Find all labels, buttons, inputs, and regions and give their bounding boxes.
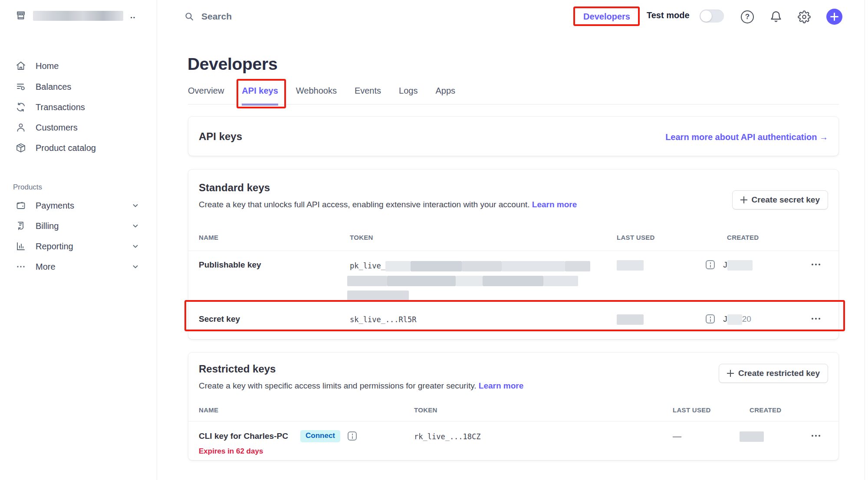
- created-cell: J: [706, 260, 753, 271]
- table-row-secret-key: Secret key sk_live_...Rl5R J20: [188, 301, 838, 340]
- settings-button[interactable]: [798, 10, 811, 23]
- standard-keys-description-text: Create a key that unlocks full API acces…: [199, 200, 530, 209]
- chevron-down-icon: [132, 202, 139, 209]
- tab-events[interactable]: Events: [355, 86, 381, 105]
- notifications-button[interactable]: [769, 10, 783, 23]
- key-name: Secret key: [199, 314, 240, 324]
- sidebar-item-product-catalog[interactable]: Product catalog: [16, 141, 96, 155]
- create-restricted-key-label: Create restricted key: [738, 369, 820, 378]
- topbar-developers-link[interactable]: Developers: [574, 7, 639, 26]
- restricted-keys-learn-more-link[interactable]: Learn more: [479, 381, 523, 390]
- tab-overview[interactable]: Overview: [188, 86, 224, 105]
- redacted-token-line3: [347, 291, 409, 301]
- created-prefix: J: [723, 260, 727, 269]
- storefront-icon: [16, 10, 26, 21]
- restricted-keys-card: Restricted keys Create a key with specif…: [188, 352, 839, 460]
- developers-tabs: Overview API keys Webhooks Events Logs A…: [188, 86, 455, 105]
- created-prefix: J: [723, 314, 727, 323]
- row-overflow-menu[interactable]: [811, 315, 821, 322]
- test-mode-toggle[interactable]: [700, 10, 724, 23]
- sidebar-item-more[interactable]: More: [16, 260, 56, 274]
- sidebar-item-reporting[interactable]: Reporting: [16, 239, 73, 253]
- home-icon: [16, 61, 26, 71]
- table-row-cli-key: CLI key for Charles-PC Connect rk_live_.…: [188, 421, 838, 461]
- sidebar-item-home[interactable]: Home: [16, 59, 59, 73]
- last-used-value: —: [673, 431, 681, 441]
- redacted-token: [502, 261, 565, 271]
- sidebar-item-label: Billing: [36, 221, 59, 231]
- connect-badge-group: Connect: [300, 430, 357, 442]
- row-overflow-menu[interactable]: [811, 432, 821, 439]
- api-auth-learn-more-link[interactable]: Learn more about API authentication →: [665, 132, 828, 142]
- tab-api-keys[interactable]: API keys: [242, 86, 278, 105]
- col-name: NAME: [199, 406, 218, 414]
- info-icon[interactable]: [706, 314, 715, 323]
- key-token[interactable]: pk_live_: [350, 261, 590, 271]
- toggle-knob: [700, 10, 712, 22]
- help-icon: ?: [741, 10, 754, 23]
- create-restricted-key-button[interactable]: Create restricted key: [719, 364, 828, 383]
- account-switcher[interactable]: ..: [16, 10, 136, 21]
- page-title: Developers: [187, 55, 277, 74]
- key-token[interactable]: sk_live_...Rl5R: [350, 315, 417, 324]
- api-keys-heading: API keys: [199, 131, 242, 143]
- redacted-token: [462, 261, 502, 271]
- viewport-edge-divider: [865, 0, 865, 480]
- search-input[interactable]: Search: [184, 11, 232, 22]
- table-row-publishable-key: Publishable key pk_live_ J: [188, 251, 838, 301]
- tab-logs[interactable]: Logs: [399, 86, 418, 105]
- col-token: TOKEN: [414, 406, 437, 414]
- info-icon[interactable]: [706, 260, 715, 269]
- create-secret-key-button[interactable]: Create secret key: [732, 190, 828, 209]
- payments-icon: [16, 200, 26, 211]
- sidebar-section-products: Products: [13, 183, 42, 192]
- row-overflow-menu[interactable]: [811, 261, 821, 268]
- stripe-dashboard: .. Home Balances: [0, 0, 868, 480]
- standard-keys-heading: Standard keys: [199, 182, 270, 194]
- developers-link-label: Developers: [583, 12, 630, 22]
- tab-apps[interactable]: Apps: [435, 86, 455, 105]
- more-icon: [16, 261, 26, 272]
- created-redacted: [727, 314, 742, 325]
- sidebar-item-label: Payments: [36, 201, 74, 211]
- chevron-down-icon: [132, 243, 139, 250]
- chevron-down-icon: [132, 222, 139, 229]
- last-used-redacted: [617, 314, 644, 325]
- sidebar-item-balances[interactable]: Balances: [16, 80, 71, 94]
- create-button[interactable]: [826, 9, 842, 25]
- standard-keys-description: Create a key that unlocks full API acces…: [199, 200, 577, 209]
- created-suffix: 20: [742, 314, 751, 323]
- restricted-keys-heading: Restricted keys: [199, 363, 276, 375]
- last-used-redacted: [617, 260, 644, 271]
- col-created: CREATED: [727, 234, 759, 241]
- col-last-used: LAST USED: [617, 234, 655, 241]
- redacted-token: [411, 261, 462, 271]
- bell-icon: [769, 10, 783, 23]
- transactions-icon: [16, 102, 26, 112]
- sidebar: .. Home Balances: [0, 0, 157, 480]
- col-last-used: LAST USED: [673, 406, 711, 414]
- info-icon[interactable]: [348, 431, 357, 441]
- search-icon: [184, 11, 194, 22]
- sidebar-item-label: Product catalog: [36, 143, 96, 153]
- sidebar-item-label: Customers: [36, 123, 78, 133]
- key-expiry-warning: Expires in 62 days: [199, 447, 263, 456]
- sidebar-item-customers[interactable]: Customers: [16, 121, 78, 134]
- sidebar-item-transactions[interactable]: Transactions: [16, 100, 85, 114]
- search-placeholder: Search: [201, 11, 232, 22]
- sidebar-item-payments[interactable]: Payments: [16, 199, 74, 212]
- created-redacted: [727, 260, 753, 271]
- standard-keys-learn-more-link[interactable]: Learn more: [532, 200, 577, 209]
- key-name: CLI key for Charles-PC: [199, 431, 288, 441]
- created-redacted: [740, 431, 764, 442]
- sidebar-item-billing[interactable]: Billing: [16, 219, 59, 233]
- key-token[interactable]: rk_live_...18CZ: [414, 432, 481, 441]
- connect-badge: Connect: [300, 430, 340, 442]
- help-button[interactable]: ?: [741, 10, 754, 23]
- tab-webhooks[interactable]: Webhooks: [296, 86, 337, 105]
- plus-icon: [727, 370, 734, 377]
- api-keys-card: API keys Learn more about API authentica…: [188, 116, 839, 156]
- created-cell: J20: [706, 314, 751, 325]
- tabs-divider: [188, 104, 839, 104]
- sidebar-item-label: More: [36, 262, 56, 272]
